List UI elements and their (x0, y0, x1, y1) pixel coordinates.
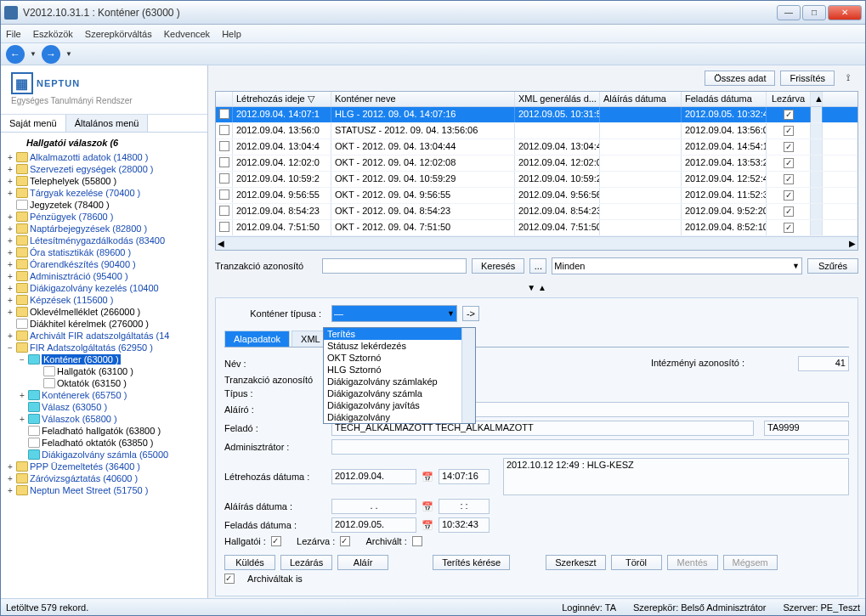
lezaras-button[interactable]: Lezárás (280, 555, 332, 570)
tree-item[interactable]: + Oklevélmelléklet (266000 ) (3, 306, 206, 318)
tree-item[interactable]: + Alkalmazotti adatok (14800 ) (3, 151, 206, 163)
terites-button[interactable]: Terítés kérése (433, 555, 510, 570)
go-button[interactable]: -> (462, 306, 479, 321)
tab-own-menu[interactable]: Saját menü (1, 115, 66, 132)
menu-role[interactable]: Szerepkörváltás (85, 29, 152, 39)
back-dropdown-icon[interactable]: ▼ (30, 50, 37, 58)
search-input[interactable] (322, 258, 467, 274)
opt-diak-szamlakep[interactable]: Diákigazolvány számlakép (324, 376, 475, 387)
table-row[interactable]: 2012.09.04. 12:02:0OKT - 2012. 09. 04. 1… (216, 155, 858, 172)
tree-item[interactable]: Oktatók (63150 ) (3, 377, 206, 389)
opt-diak[interactable]: Diákigazolvány (324, 411, 475, 423)
tree-item[interactable]: Feladható hallgatók (63800 ) (3, 425, 206, 437)
dropdown-scrollbar[interactable] (461, 328, 475, 423)
table-row[interactable]: 2012.09.04. 7:51:50OKT - 2012. 09. 04. 7… (216, 220, 858, 236)
search-button[interactable]: Keresés (472, 258, 524, 274)
fel-time[interactable]: 10:32:43 (439, 517, 490, 533)
maximize-button[interactable]: □ (802, 5, 826, 20)
tree-item[interactable]: + Tárgyak kezelése (70400 ) (3, 187, 206, 199)
tree-item[interactable]: Diákigazolvány számla (65000 (3, 449, 206, 461)
nav-forward-icon[interactable]: → (42, 45, 60, 64)
tree-item[interactable]: Válasz (63050 ) (3, 401, 206, 413)
col-closed[interactable]: Lezárva (767, 92, 811, 106)
nav-back-icon[interactable]: ← (6, 45, 25, 64)
hallg-checkbox[interactable] (271, 536, 281, 546)
tree-item[interactable]: − Konténer (63000 ) (3, 353, 206, 365)
tree-item[interactable]: + Archivált FIR adatszolgáltatás (14 (3, 330, 206, 342)
opt-hlg-sztorno[interactable]: HLG Sztornó (324, 364, 475, 376)
close-button[interactable]: ✕ (828, 5, 862, 20)
table-row[interactable]: 2012.09.04. 13:04:4OKT - 2012. 09. 04. 1… (216, 139, 858, 155)
alair-button[interactable]: Aláír (337, 555, 388, 570)
calendar-icon-3[interactable]: 📅 (422, 520, 433, 531)
tree-item[interactable]: + Konténerek (65750 ) (3, 389, 206, 401)
container-type-dropdown[interactable]: Terítés Státusz lekérdezés OKT Sztornó H… (323, 327, 476, 424)
szerkeszt-button[interactable]: Szerkeszt (546, 555, 605, 570)
col-sign[interactable]: Aláírás dátuma (600, 92, 682, 106)
alair-date[interactable]: . . (331, 499, 416, 514)
kuldes-button[interactable]: Küldés (224, 555, 275, 570)
table-row[interactable]: 2012.09.04. 10:59:2OKT - 2012. 09. 04. 1… (216, 172, 858, 188)
col-scroll-up[interactable]: ▲ (811, 92, 823, 106)
col-name[interactable]: Konténer neve (331, 92, 515, 106)
lezarva-checkbox[interactable] (340, 536, 350, 546)
menu-help[interactable]: Help (222, 29, 241, 39)
letre-time[interactable]: 14:07:16 (439, 469, 490, 484)
tree-item[interactable]: Feladható oktatók (63850 ) (3, 437, 206, 449)
col-created[interactable]: Létrehozás ideje ▽ (233, 92, 331, 106)
table-row[interactable]: 2012.09.04. 9:56:55OKT - 2012. 09. 04. 9… (216, 188, 858, 204)
fel-date[interactable]: 2012.09.05. (331, 517, 416, 533)
search-scope-combo[interactable]: Minden▼ (552, 257, 802, 274)
tree-item[interactable]: + Adminisztráció (95400 ) (3, 270, 206, 282)
tree-item[interactable]: + Szervezeti egységek (28000 ) (3, 163, 206, 175)
col-sent[interactable]: Feladás dátuma (682, 92, 767, 106)
tree-item[interactable]: + Záróvizsgáztatás (40600 ) (3, 472, 206, 484)
fwd-dropdown-icon[interactable]: ▼ (65, 50, 72, 58)
tree-item[interactable]: Hallgatók (63100 ) (3, 365, 206, 377)
table-row[interactable]: 2012.09.04. 13:56:0STATUSZ - 2012. 09. 0… (216, 123, 858, 139)
torol-button[interactable]: Töröl (611, 555, 662, 570)
tree-item[interactable]: + Óra statisztikák (89600 ) (3, 246, 206, 258)
calendar-icon[interactable]: 📅 (422, 472, 433, 483)
calendar-icon-2[interactable]: 📅 (422, 501, 433, 512)
splitter-arrows-icon[interactable]: ▼ ▲ (215, 283, 858, 292)
letre-date[interactable]: 2012.09.04. (331, 469, 416, 484)
tree-item[interactable]: − FIR Adatszolgáltatás (62950 ) (3, 342, 206, 353)
all-data-button[interactable]: Összes adat (705, 71, 775, 86)
tree-item[interactable]: Jegyzetek (78400 ) (3, 199, 206, 211)
tree-item[interactable]: + Telephelyek (55800 ) (3, 175, 206, 187)
table-row[interactable]: 2012.09.04. 8:54:23OKT - 2012. 09. 04. 8… (216, 204, 858, 220)
tree-item[interactable]: + PPP Üzemeltetés (36400 ) (3, 461, 206, 472)
container-type-combo[interactable]: —▼ (331, 305, 457, 322)
col-checkbox[interactable] (216, 92, 233, 106)
tree-item[interactable]: + Képzések (115600 ) (3, 294, 206, 306)
opt-statusz[interactable]: Státusz lekérdezés (324, 340, 475, 352)
archivalt-checkbox[interactable] (412, 536, 422, 546)
filter-button[interactable]: Szűrés (807, 258, 858, 274)
opt-diak-szamla[interactable]: Diákigazolvány számla (324, 387, 475, 399)
archis-checkbox[interactable] (224, 574, 235, 584)
menu-fav[interactable]: Kedvencek (164, 29, 210, 39)
opt-okt-sztorno[interactable]: OKT Sztornó (324, 352, 475, 364)
grid-hscroll[interactable]: ◀▶ (216, 236, 858, 250)
refresh-button[interactable]: Frissítés (780, 71, 835, 86)
tree-item[interactable]: + Létesítménygazdálkodás (83400 (3, 235, 206, 246)
tree-item[interactable]: + Pénzügyek (78600 ) (3, 211, 206, 223)
col-xml[interactable]: XML generálás d... (515, 92, 600, 106)
opt-terites[interactable]: Terítés (324, 328, 475, 340)
table-row[interactable]: 2012.09.04. 14:07:1HLG - 2012. 09. 04. 1… (216, 107, 858, 123)
pin-icon[interactable]: ⟟ (846, 72, 858, 84)
minimize-button[interactable]: — (777, 5, 801, 20)
search-more-button[interactable]: ... (529, 258, 546, 274)
tree-item[interactable]: + Diákigazolvány kezelés (10400 (3, 282, 206, 294)
tree-item[interactable]: Diákhitel kérelmek (276000 ) (3, 318, 206, 330)
menu-tools[interactable]: Eszközök (33, 29, 73, 39)
tree-item[interactable]: + Válaszok (65800 ) (3, 413, 206, 425)
opt-diak-javitas[interactable]: Diákigazolvány javítás (324, 399, 475, 411)
menu-file[interactable]: File (6, 29, 21, 39)
tree-item[interactable]: + Neptun Meet Street (51750 ) (3, 484, 206, 496)
tree-item[interactable]: + Naptárbejegyzések (82800 ) (3, 223, 206, 235)
tree[interactable]: Hallgatói válaszok (6 + Alkalmazotti ada… (1, 133, 207, 598)
data-grid[interactable]: Létrehozás ideje ▽ Konténer neve XML gen… (215, 91, 858, 251)
tab-general-menu[interactable]: Általános menü (66, 115, 149, 132)
